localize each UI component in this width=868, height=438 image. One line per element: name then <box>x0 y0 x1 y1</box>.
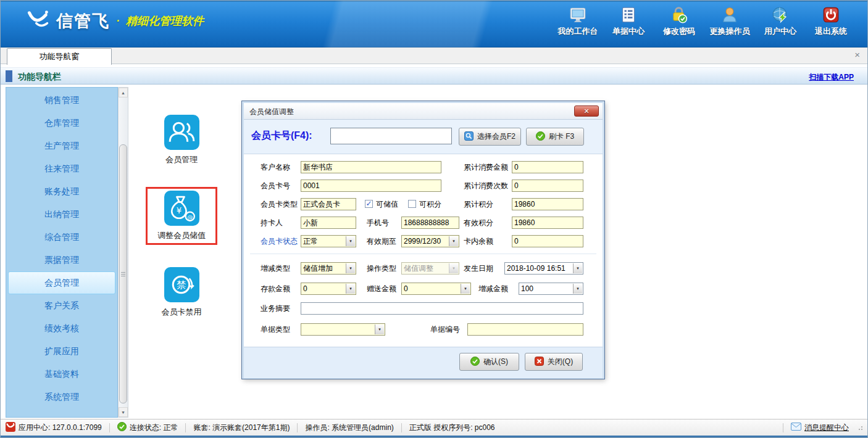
sidebar-item-base-data[interactable]: 基础资料 <box>8 363 115 386</box>
points-checkbox[interactable] <box>408 200 416 208</box>
valid-points-field[interactable]: 19860 <box>512 217 583 229</box>
tab-function-navigator[interactable]: 功能导航窗 <box>7 48 112 65</box>
phone-field[interactable]: 18688888888 <box>401 217 459 229</box>
sidebar-item-label: 系统管理 <box>44 392 79 403</box>
card-balance-field[interactable]: 0 <box>512 235 583 247</box>
toolbar-item-label: 单据中心 <box>612 26 645 37</box>
chevron-down-icon[interactable]: ▼ <box>375 324 384 334</box>
chevron-down-icon[interactable]: ▼ <box>346 263 355 273</box>
sidebar-item-system[interactable]: 系统管理 <box>8 386 115 408</box>
status-text: 应用中心: 127.0.0.1:7099 <box>19 423 102 433</box>
card-holder-field[interactable]: 小新 <box>301 217 356 229</box>
scrollbar-grip <box>121 274 125 275</box>
sidebar-item-contacts[interactable]: 往来管理 <box>8 157 115 180</box>
chevron-down-icon[interactable]: ▼ <box>461 284 470 294</box>
customer-name-field[interactable]: 新华书店 <box>301 161 441 173</box>
status-separator <box>109 423 110 432</box>
dialog-titlebar[interactable]: 会员储值调整 ✕ <box>244 103 603 120</box>
close-x-icon <box>535 357 544 368</box>
adjust-amount-label: 增减金额 <box>478 283 508 295</box>
card-type-field[interactable]: 正式会员卡 <box>301 198 356 210</box>
password-lock-icon <box>670 6 688 24</box>
occur-date-dropdown[interactable]: 2018-10-09 16:51▼ <box>504 262 583 275</box>
sidebar-item-performance[interactable]: 绩效考核 <box>8 317 115 340</box>
status-account-set: 账套: 演示账套(2017年第1期) <box>193 423 290 433</box>
status-license: 正式版 授权序列号: pc006 <box>409 423 495 433</box>
sidebar-item-label: 往来管理 <box>44 163 79 175</box>
sidebar-item-label: 仓库管理 <box>44 118 79 129</box>
doc-type-label: 单据类型 <box>261 323 290 336</box>
status-separator <box>401 423 402 432</box>
doc-no-input[interactable] <box>467 323 583 336</box>
chevron-down-icon[interactable]: ▼ <box>346 236 355 246</box>
toolbar-item-change-password[interactable]: 修改密码 <box>654 6 704 37</box>
status-text: 连接状态: 正常 <box>130 423 178 433</box>
sidebar-item-customer-relations[interactable]: 客户关系 <box>8 294 115 317</box>
member-card-no-field[interactable]: 0001 <box>301 180 441 192</box>
sidebar-item-extensions[interactable]: 扩展应用 <box>8 340 115 363</box>
close-icon[interactable]: × <box>854 50 860 59</box>
valid-until-dropdown[interactable]: 2999/12/30▼ <box>401 235 459 247</box>
sidebar-item-comprehensive[interactable]: 综合管理 <box>8 226 115 249</box>
customer-name-label: 客户名称 <box>261 161 290 173</box>
toolbar-item-my-workbench[interactable]: 我的工作台 <box>553 6 603 37</box>
operation-type-dropdown-disabled: 储值调整▼ <box>401 262 459 275</box>
resize-grip-icon[interactable] <box>858 425 862 430</box>
scroll-down-icon[interactable]: ▼ <box>119 407 128 417</box>
sidebar-item-accounting[interactable]: 账务处理 <box>8 180 115 203</box>
toolbar-item-label: 修改密码 <box>663 26 695 37</box>
total-consume-amount-field[interactable]: 0 <box>512 161 583 173</box>
sidebar-item-sales[interactable]: 销售管理 <box>8 89 115 112</box>
adjust-amount-dropdown[interactable]: 100▼ <box>519 283 583 295</box>
business-summary-input[interactable] <box>301 302 583 315</box>
deposit-amount-dropdown[interactable]: 0▼ <box>301 283 356 295</box>
launcher-member-management[interactable]: 会员管理 <box>149 115 214 165</box>
total-consume-count-field[interactable]: 0 <box>512 180 583 192</box>
toolbar-item-switch-operator[interactable]: 更换操作员 <box>704 6 755 37</box>
chevron-down-icon[interactable]: ▼ <box>573 284 582 294</box>
nav-accent-block <box>6 70 12 82</box>
card-holder-label: 持卡人 <box>261 217 283 229</box>
total-points-field[interactable]: 19860 <box>512 198 583 210</box>
chevron-down-icon[interactable]: ▼ <box>346 284 355 294</box>
xinguanfei-logo-icon <box>27 9 50 33</box>
gift-amount-dropdown[interactable]: 0▼ <box>401 283 471 295</box>
scrollbar-thumb[interactable] <box>119 144 127 403</box>
doc-type-dropdown[interactable]: ▼ <box>301 323 385 336</box>
sidebar-item-cashier[interactable]: 出纳管理 <box>8 203 115 226</box>
launcher-card-disable[interactable]: 禁 会员卡禁用 <box>149 267 214 318</box>
window-bottom-frame <box>1 436 867 437</box>
chevron-down-icon[interactable]: ▼ <box>449 236 458 246</box>
storable-checkbox[interactable]: ✓ <box>365 200 373 208</box>
dialog-close-button[interactable]: 关闭(Q) <box>525 353 583 371</box>
sidebar: 销售管理 仓库管理 生产管理 往来管理 账务处理 出纳管理 综合管理 票据管理 … <box>6 87 118 418</box>
message-center-link-item[interactable]: 消息提醒中心 <box>791 423 849 433</box>
check-icon: ✓ <box>365 200 372 207</box>
dropdown-value: 0 <box>303 284 307 293</box>
toolbar-item-exit-system[interactable]: 退出系统 <box>806 6 856 37</box>
brand-name: 信管飞 <box>56 10 110 32</box>
sidebar-item-production[interactable]: 生产管理 <box>8 134 115 157</box>
launcher-adjust-stored-value[interactable]: ¥ @ 调整会员储值 <box>149 191 214 241</box>
sidebar-scrollbar[interactable]: ▲ ▼ <box>118 87 128 418</box>
scroll-up-icon[interactable]: ▲ <box>119 88 128 97</box>
swipe-card-button[interactable]: 刷卡 F3 <box>526 128 584 146</box>
sidebar-item-bills[interactable]: 票据管理 <box>8 249 115 271</box>
toolbar-item-document-center[interactable]: 单据中心 <box>603 6 654 37</box>
confirm-button[interactable]: 确认(S) <box>459 353 519 371</box>
message-center-link[interactable]: 消息提醒中心 <box>804 423 849 433</box>
card-number-input[interactable] <box>330 128 452 144</box>
adjust-type-dropdown[interactable]: 储值增加▼ <box>301 262 356 275</box>
sidebar-item-label: 账务处理 <box>44 186 79 197</box>
dialog-close-icon[interactable]: ✕ <box>574 105 599 117</box>
card-status-dropdown[interactable]: 正常▼ <box>301 235 356 247</box>
sidebar-item-membership-selected[interactable]: 会员管理 <box>8 271 115 294</box>
toolbar-item-user-center[interactable]: 用户中心 <box>755 6 806 37</box>
select-member-button[interactable]: 选择会员F2 <box>459 128 521 146</box>
sidebar-item-label: 客户关系 <box>44 300 79 312</box>
scan-download-app-link[interactable]: 扫描下载APP <box>809 72 854 83</box>
stored-value-adjust-dialog: 会员储值调整 ✕ 会员卡号(F4): 选择会员F2 <box>242 101 604 379</box>
chevron-down-icon[interactable]: ▼ <box>573 263 582 273</box>
sidebar-item-warehouse[interactable]: 仓库管理 <box>8 112 115 134</box>
chevron-down-icon: ▼ <box>449 263 458 273</box>
